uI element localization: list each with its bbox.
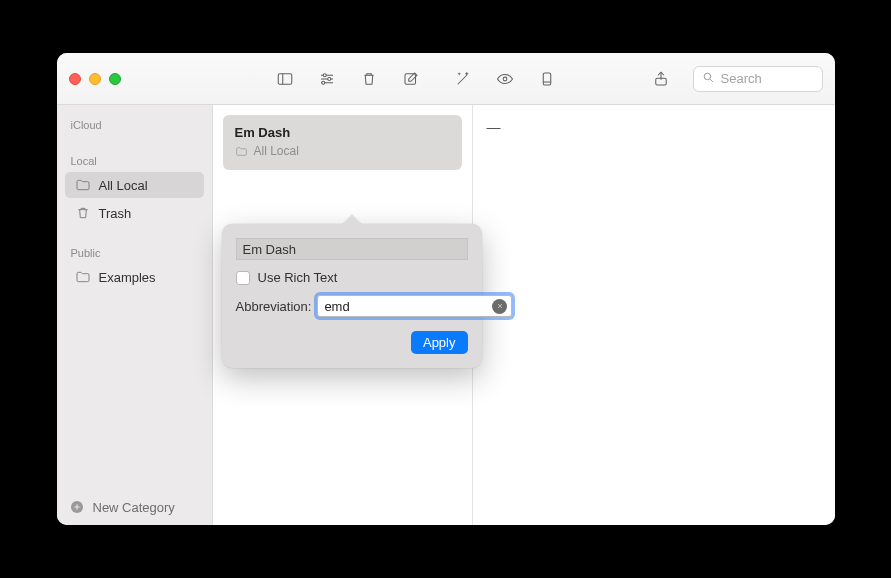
detail-content: — bbox=[487, 119, 501, 135]
snippet-popover: Use Rich Text Abbreviation: Apply bbox=[222, 224, 482, 368]
svg-point-9 bbox=[503, 77, 507, 81]
eye-icon[interactable] bbox=[495, 69, 515, 89]
svg-point-6 bbox=[327, 77, 330, 80]
minimize-window-button[interactable] bbox=[89, 73, 101, 85]
trash-icon[interactable] bbox=[359, 69, 379, 89]
clear-abbreviation-button[interactable] bbox=[492, 299, 507, 314]
folder-icon bbox=[235, 145, 248, 158]
folder-icon bbox=[75, 177, 91, 193]
svg-point-7 bbox=[321, 81, 324, 84]
snippet-item[interactable]: Em Dash All Local bbox=[223, 115, 462, 170]
app-window: iCloud Local All Local Trash Public Exam… bbox=[57, 53, 835, 525]
magic-wand-icon[interactable] bbox=[453, 69, 473, 89]
search-input[interactable] bbox=[721, 71, 814, 86]
close-window-button[interactable] bbox=[69, 73, 81, 85]
sidebar: iCloud Local All Local Trash Public Exam… bbox=[57, 105, 213, 525]
window-controls bbox=[69, 73, 121, 85]
sliders-icon[interactable] bbox=[317, 69, 337, 89]
sidebar-item-trash[interactable]: Trash bbox=[65, 200, 204, 226]
toolbar-right-group bbox=[453, 66, 823, 92]
sidebar-item-label: All Local bbox=[99, 178, 148, 193]
snippet-name-input[interactable] bbox=[236, 238, 468, 260]
sidebar-section-icloud: iCloud bbox=[57, 113, 212, 135]
new-category-label: New Category bbox=[93, 500, 175, 515]
search-icon bbox=[702, 70, 715, 88]
device-icon[interactable] bbox=[537, 69, 557, 89]
svg-point-13 bbox=[704, 73, 711, 80]
detail-pane[interactable]: — bbox=[473, 105, 835, 525]
plus-circle-icon bbox=[69, 499, 85, 515]
zoom-window-button[interactable] bbox=[109, 73, 121, 85]
folder-icon bbox=[75, 269, 91, 285]
snippet-title: Em Dash bbox=[235, 125, 450, 140]
rich-text-label: Use Rich Text bbox=[258, 270, 338, 285]
rich-text-checkbox[interactable] bbox=[236, 271, 250, 285]
sidebar-toggle-icon[interactable] bbox=[275, 69, 295, 89]
close-icon bbox=[496, 302, 504, 310]
titlebar bbox=[57, 53, 835, 105]
sidebar-item-label: Examples bbox=[99, 270, 156, 285]
snippet-category-label: All Local bbox=[254, 144, 299, 158]
sidebar-item-all-local[interactable]: All Local bbox=[65, 172, 204, 198]
svg-rect-10 bbox=[543, 73, 551, 85]
toolbar-left-group bbox=[275, 69, 421, 89]
abbreviation-label: Abbreviation: bbox=[236, 299, 312, 314]
compose-icon[interactable] bbox=[401, 69, 421, 89]
svg-line-14 bbox=[710, 79, 713, 82]
apply-button[interactable]: Apply bbox=[411, 331, 468, 354]
sidebar-item-label: Trash bbox=[99, 206, 132, 221]
sidebar-section-public: Public bbox=[57, 241, 212, 263]
share-icon[interactable] bbox=[651, 69, 671, 89]
svg-rect-0 bbox=[278, 73, 292, 84]
abbreviation-input[interactable] bbox=[324, 299, 492, 314]
trash-icon bbox=[75, 205, 91, 221]
snippet-category: All Local bbox=[235, 144, 450, 158]
svg-point-5 bbox=[323, 73, 326, 76]
search-field[interactable] bbox=[693, 66, 823, 92]
window-body: iCloud Local All Local Trash Public Exam… bbox=[57, 105, 835, 525]
abbreviation-field[interactable] bbox=[317, 295, 512, 317]
sidebar-item-examples[interactable]: Examples bbox=[65, 264, 204, 290]
new-category-button[interactable]: New Category bbox=[57, 489, 212, 525]
sidebar-section-local: Local bbox=[57, 149, 212, 171]
